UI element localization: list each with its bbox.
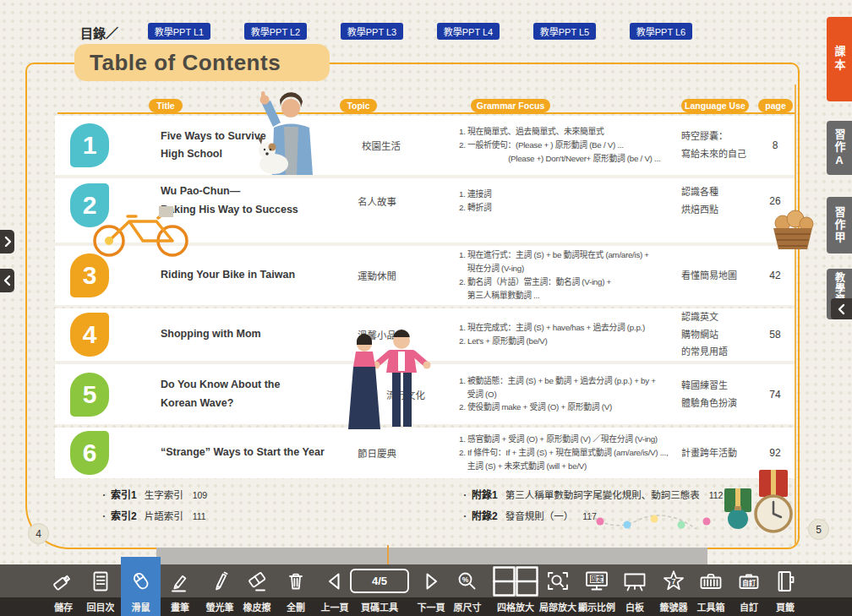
unit-number-badge: 1 — [70, 123, 109, 167]
chevron-left-icon — [3, 274, 13, 287]
unit-title: “Strange” Ways to Start the Year — [161, 428, 334, 478]
page-number-left: 4 — [28, 523, 49, 544]
toolbar-page-tabs-button[interactable]: 頁籤 — [766, 564, 805, 616]
svg-text:7: 7 — [671, 576, 675, 585]
toolbox-icon — [698, 564, 724, 597]
unit-topic: 名人故事 — [358, 178, 438, 223]
page-number-right: 5 — [808, 519, 829, 540]
column-header-topic: Topic — [340, 99, 377, 112]
bullet-icon: ・ — [100, 510, 108, 522]
photo-gifts-clock-image — [713, 463, 801, 538]
toolbar-partial-zoom-button[interactable]: 局部放大 — [538, 564, 577, 616]
column-header-page: page — [758, 99, 793, 112]
index-entry: ・ 索引1 生字索引 109 — [100, 487, 207, 508]
triangle-left-icon — [324, 564, 346, 597]
unit-grammar: 1. 被動語態：主詞 (S) + be 動詞 + 過去分詞 (p.p.) + b… — [459, 364, 680, 424]
toolbar-four-pane-zoom-button[interactable]: 四格放大 — [489, 564, 543, 616]
unit-topic: 節日慶典 — [358, 428, 438, 478]
unit-number-badge: 6 — [70, 431, 109, 475]
magnifier-brackets-icon — [545, 564, 571, 597]
magnifier-percent-icon: % — [455, 564, 480, 597]
unit-page: 74 — [758, 364, 792, 424]
chevron-right-icon — [3, 235, 13, 248]
toolbar-next-page-button[interactable]: 下一頁 — [412, 564, 451, 616]
unit-topic: 校園生活 — [362, 116, 442, 175]
bullet-icon: ・ — [100, 488, 108, 501]
unit-language-use: 認識英文 購物網站 的常見用語 — [681, 308, 757, 361]
toolbar-page-number-tool[interactable]: 4/5 頁碼工具 — [347, 564, 412, 616]
photo-student-with-dog-image — [236, 89, 346, 178]
book-tab-icon — [773, 564, 798, 597]
unit-title: Shopping with Mom — [161, 308, 334, 361]
toolbar-whiteboard-button[interactable]: 白板 — [615, 564, 654, 616]
page-title: Table of Contents — [90, 50, 281, 76]
index-entry: ・ 索引2 片語索引 111 — [100, 508, 207, 529]
sidebar-collapse-button[interactable] — [831, 298, 852, 319]
tab-textbook[interactable]: 課本 — [827, 17, 852, 101]
unit-page: 8 — [758, 116, 792, 175]
triangle-right-icon — [420, 564, 442, 597]
toolbar-original-size-button[interactable]: % 原尺寸 — [448, 564, 487, 616]
unit-page: 58 — [758, 308, 792, 361]
ppt-button-l2[interactable]: 教學PPT L2 — [244, 23, 307, 40]
unit-row-1[interactable]: 1 Five Ways to Survive High School 校園生活 … — [55, 116, 795, 175]
bullet-icon: ・ — [461, 510, 469, 522]
page-title-banner: Table of Contents — [74, 44, 330, 81]
ppt-button-l1[interactable]: 教學PPT L1 — [148, 23, 210, 40]
unit-language-use: 韓國練習生 體驗角色扮演 — [681, 364, 757, 424]
index-list-left: ・ 索引1 生字索引 109 ・ 索引2 片語索引 111 — [100, 487, 207, 529]
header-divider — [57, 112, 795, 114]
unit-grammar: 1. 現在簡單式、過去簡單式、未來簡單式 2. 一般祈使句：(Please + … — [459, 116, 680, 175]
svg-text:固定: 固定 — [591, 574, 604, 582]
unit-language-use: 看懂簡易地圖 — [681, 246, 757, 305]
ppt-button-l3[interactable]: 教學PPT L3 — [341, 23, 403, 40]
column-header-title: Title — [149, 99, 183, 112]
toolbar-eraser-button[interactable]: 橡皮擦 — [238, 564, 276, 616]
toolbar-custom-button[interactable]: 自訂 自訂 — [729, 564, 768, 616]
tab-workbook-a[interactable]: 習作A — [827, 121, 852, 175]
eraser-icon — [244, 564, 270, 597]
unit-number-badge: 5 — [70, 373, 109, 417]
four-pane-grid-icon — [493, 564, 538, 597]
column-header-grammar: Grammar Focus — [471, 99, 550, 112]
unit-language-use: 時空膠囊： 寫給未來的自己 — [681, 116, 757, 175]
highlighter-pen-icon — [207, 564, 232, 597]
ppt-button-l5[interactable]: 教學PPT L5 — [533, 23, 596, 40]
contents-list-icon — [88, 564, 113, 597]
bullet-icon: ・ — [461, 488, 469, 501]
mouse-icon — [128, 564, 154, 597]
tab-workbook-jia[interactable]: 習作甲 — [827, 197, 852, 253]
unit-number-badge: 4 — [70, 313, 109, 357]
page-fold-line — [387, 545, 389, 565]
toc-label: 目錄／ — [80, 24, 118, 41]
svg-text:自訂: 自訂 — [742, 578, 756, 586]
column-header-language: Language Use — [681, 99, 749, 112]
page-indicator[interactable]: 4/5 — [350, 569, 409, 593]
whiteboard-icon — [622, 564, 647, 597]
toolbar-number-picker-button[interactable]: 7 籤號器 — [654, 564, 693, 616]
toolbar-toolbox-button[interactable]: 工具箱 — [691, 564, 730, 616]
unit-grammar: 1. 現在完成式：主詞 (S) + have/has + 過去分詞 (p.p.)… — [459, 308, 680, 361]
svg-text:%: % — [462, 575, 469, 583]
toolbar-mouse-tool-button[interactable]: 滑鼠 — [121, 564, 161, 616]
decor-string-lights-image — [582, 499, 721, 546]
toolbar-back-to-toc-button[interactable]: 回目次 — [81, 564, 120, 616]
toolbar-delete-all-button[interactable]: 全刪 — [276, 564, 315, 616]
unit-row-6[interactable]: 6 “Strange” Ways to Start the Year 節日慶典 … — [55, 428, 795, 478]
unit-grammar: 1. 現在進行式：主詞 (S) + be 動詞現在式 (am/are/is) +… — [459, 246, 680, 305]
unit-topic: 運動休閒 — [358, 246, 438, 305]
toolbar-save-button[interactable]: 儲存 — [44, 564, 83, 616]
toolbar-highlighter-button[interactable]: 螢光筆 — [200, 564, 239, 616]
toolbar-display-ratio-button[interactable]: 固定 顯示比例 — [573, 564, 620, 616]
toolbar-pen-button[interactable]: 畫筆 — [161, 564, 199, 616]
panel-collapse-left-button[interactable] — [0, 269, 14, 292]
star-number-icon: 7 — [661, 564, 686, 597]
ppt-button-l6[interactable]: 教學PPT L6 — [630, 23, 692, 40]
unit-language-use: 認識各種 烘焙西點 — [681, 178, 757, 223]
panel-expand-right-button[interactable] — [0, 230, 14, 253]
ppt-button-l4[interactable]: 教學PPT L4 — [437, 23, 500, 40]
photo-hanbok-couple-image — [338, 329, 433, 435]
photo-bicycle-image — [87, 194, 195, 262]
photo-bread-basket-image — [769, 196, 816, 257]
chevron-left-icon — [837, 303, 847, 316]
